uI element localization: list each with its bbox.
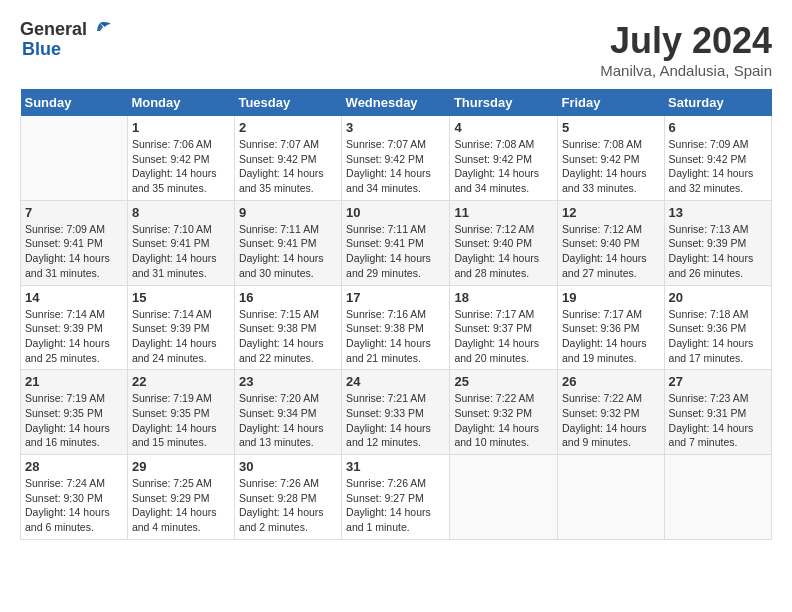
day-info: Sunrise: 7:07 AMSunset: 9:42 PMDaylight:… [346, 137, 445, 196]
day-info: Sunrise: 7:21 AMSunset: 9:33 PMDaylight:… [346, 391, 445, 450]
day-number: 20 [669, 290, 767, 305]
day-info: Sunrise: 7:26 AMSunset: 9:27 PMDaylight:… [346, 476, 445, 535]
day-number: 31 [346, 459, 445, 474]
logo-bird-icon [89, 21, 111, 39]
day-number: 19 [562, 290, 660, 305]
day-number: 28 [25, 459, 123, 474]
calendar-cell: 14Sunrise: 7:14 AMSunset: 9:39 PMDayligh… [21, 285, 128, 370]
calendar-cell: 15Sunrise: 7:14 AMSunset: 9:39 PMDayligh… [127, 285, 234, 370]
calendar-cell: 2Sunrise: 7:07 AMSunset: 9:42 PMDaylight… [234, 116, 341, 200]
calendar-cell: 29Sunrise: 7:25 AMSunset: 9:29 PMDayligh… [127, 455, 234, 540]
day-info: Sunrise: 7:09 AMSunset: 9:41 PMDaylight:… [25, 222, 123, 281]
calendar-cell [450, 455, 558, 540]
day-number: 5 [562, 120, 660, 135]
day-number: 15 [132, 290, 230, 305]
column-header-thursday: Thursday [450, 89, 558, 116]
calendar-cell: 27Sunrise: 7:23 AMSunset: 9:31 PMDayligh… [664, 370, 771, 455]
day-number: 7 [25, 205, 123, 220]
day-number: 2 [239, 120, 337, 135]
day-number: 13 [669, 205, 767, 220]
day-number: 11 [454, 205, 553, 220]
calendar-week-row: 21Sunrise: 7:19 AMSunset: 9:35 PMDayligh… [21, 370, 772, 455]
calendar-cell: 12Sunrise: 7:12 AMSunset: 9:40 PMDayligh… [557, 200, 664, 285]
page-header: General Blue July 2024 Manilva, Andalusi… [20, 20, 772, 79]
calendar-cell: 10Sunrise: 7:11 AMSunset: 9:41 PMDayligh… [342, 200, 450, 285]
day-info: Sunrise: 7:10 AMSunset: 9:41 PMDaylight:… [132, 222, 230, 281]
calendar-cell: 31Sunrise: 7:26 AMSunset: 9:27 PMDayligh… [342, 455, 450, 540]
calendar-cell: 4Sunrise: 7:08 AMSunset: 9:42 PMDaylight… [450, 116, 558, 200]
logo-blue-text: Blue [22, 40, 111, 60]
day-info: Sunrise: 7:20 AMSunset: 9:34 PMDaylight:… [239, 391, 337, 450]
logo-general-text: General [20, 20, 87, 40]
column-header-monday: Monday [127, 89, 234, 116]
day-info: Sunrise: 7:17 AMSunset: 9:36 PMDaylight:… [562, 307, 660, 366]
calendar-cell: 9Sunrise: 7:11 AMSunset: 9:41 PMDaylight… [234, 200, 341, 285]
calendar-cell: 16Sunrise: 7:15 AMSunset: 9:38 PMDayligh… [234, 285, 341, 370]
location-subtitle: Manilva, Andalusia, Spain [600, 62, 772, 79]
month-year-title: July 2024 [600, 20, 772, 62]
day-info: Sunrise: 7:11 AMSunset: 9:41 PMDaylight:… [239, 222, 337, 281]
calendar-week-row: 7Sunrise: 7:09 AMSunset: 9:41 PMDaylight… [21, 200, 772, 285]
calendar-cell: 7Sunrise: 7:09 AMSunset: 9:41 PMDaylight… [21, 200, 128, 285]
calendar-cell: 24Sunrise: 7:21 AMSunset: 9:33 PMDayligh… [342, 370, 450, 455]
day-info: Sunrise: 7:14 AMSunset: 9:39 PMDaylight:… [25, 307, 123, 366]
calendar-cell: 25Sunrise: 7:22 AMSunset: 9:32 PMDayligh… [450, 370, 558, 455]
day-number: 9 [239, 205, 337, 220]
day-number: 8 [132, 205, 230, 220]
day-info: Sunrise: 7:24 AMSunset: 9:30 PMDaylight:… [25, 476, 123, 535]
column-header-tuesday: Tuesday [234, 89, 341, 116]
day-info: Sunrise: 7:15 AMSunset: 9:38 PMDaylight:… [239, 307, 337, 366]
day-info: Sunrise: 7:12 AMSunset: 9:40 PMDaylight:… [454, 222, 553, 281]
day-number: 25 [454, 374, 553, 389]
day-info: Sunrise: 7:17 AMSunset: 9:37 PMDaylight:… [454, 307, 553, 366]
day-number: 16 [239, 290, 337, 305]
day-info: Sunrise: 7:19 AMSunset: 9:35 PMDaylight:… [25, 391, 123, 450]
day-number: 10 [346, 205, 445, 220]
day-info: Sunrise: 7:22 AMSunset: 9:32 PMDaylight:… [454, 391, 553, 450]
day-number: 14 [25, 290, 123, 305]
day-number: 23 [239, 374, 337, 389]
day-number: 27 [669, 374, 767, 389]
day-info: Sunrise: 7:19 AMSunset: 9:35 PMDaylight:… [132, 391, 230, 450]
day-info: Sunrise: 7:18 AMSunset: 9:36 PMDaylight:… [669, 307, 767, 366]
calendar-cell: 11Sunrise: 7:12 AMSunset: 9:40 PMDayligh… [450, 200, 558, 285]
column-header-saturday: Saturday [664, 89, 771, 116]
calendar-cell: 13Sunrise: 7:13 AMSunset: 9:39 PMDayligh… [664, 200, 771, 285]
column-header-wednesday: Wednesday [342, 89, 450, 116]
day-number: 22 [132, 374, 230, 389]
calendar-cell: 30Sunrise: 7:26 AMSunset: 9:28 PMDayligh… [234, 455, 341, 540]
calendar-cell [664, 455, 771, 540]
day-number: 1 [132, 120, 230, 135]
calendar-cell: 8Sunrise: 7:10 AMSunset: 9:41 PMDaylight… [127, 200, 234, 285]
calendar-header-row: SundayMondayTuesdayWednesdayThursdayFrid… [21, 89, 772, 116]
day-info: Sunrise: 7:08 AMSunset: 9:42 PMDaylight:… [454, 137, 553, 196]
calendar-table: SundayMondayTuesdayWednesdayThursdayFrid… [20, 89, 772, 540]
calendar-cell [557, 455, 664, 540]
column-header-sunday: Sunday [21, 89, 128, 116]
day-info: Sunrise: 7:07 AMSunset: 9:42 PMDaylight:… [239, 137, 337, 196]
day-info: Sunrise: 7:23 AMSunset: 9:31 PMDaylight:… [669, 391, 767, 450]
calendar-cell: 6Sunrise: 7:09 AMSunset: 9:42 PMDaylight… [664, 116, 771, 200]
calendar-cell: 17Sunrise: 7:16 AMSunset: 9:38 PMDayligh… [342, 285, 450, 370]
day-number: 3 [346, 120, 445, 135]
day-info: Sunrise: 7:06 AMSunset: 9:42 PMDaylight:… [132, 137, 230, 196]
day-info: Sunrise: 7:08 AMSunset: 9:42 PMDaylight:… [562, 137, 660, 196]
day-number: 17 [346, 290, 445, 305]
calendar-week-row: 14Sunrise: 7:14 AMSunset: 9:39 PMDayligh… [21, 285, 772, 370]
column-header-friday: Friday [557, 89, 664, 116]
calendar-week-row: 28Sunrise: 7:24 AMSunset: 9:30 PMDayligh… [21, 455, 772, 540]
day-number: 12 [562, 205, 660, 220]
calendar-week-row: 1Sunrise: 7:06 AMSunset: 9:42 PMDaylight… [21, 116, 772, 200]
day-info: Sunrise: 7:25 AMSunset: 9:29 PMDaylight:… [132, 476, 230, 535]
calendar-cell: 22Sunrise: 7:19 AMSunset: 9:35 PMDayligh… [127, 370, 234, 455]
day-number: 4 [454, 120, 553, 135]
day-number: 30 [239, 459, 337, 474]
calendar-cell: 28Sunrise: 7:24 AMSunset: 9:30 PMDayligh… [21, 455, 128, 540]
day-info: Sunrise: 7:09 AMSunset: 9:42 PMDaylight:… [669, 137, 767, 196]
calendar-cell: 20Sunrise: 7:18 AMSunset: 9:36 PMDayligh… [664, 285, 771, 370]
day-number: 26 [562, 374, 660, 389]
calendar-cell: 19Sunrise: 7:17 AMSunset: 9:36 PMDayligh… [557, 285, 664, 370]
day-number: 29 [132, 459, 230, 474]
day-number: 21 [25, 374, 123, 389]
calendar-cell: 1Sunrise: 7:06 AMSunset: 9:42 PMDaylight… [127, 116, 234, 200]
